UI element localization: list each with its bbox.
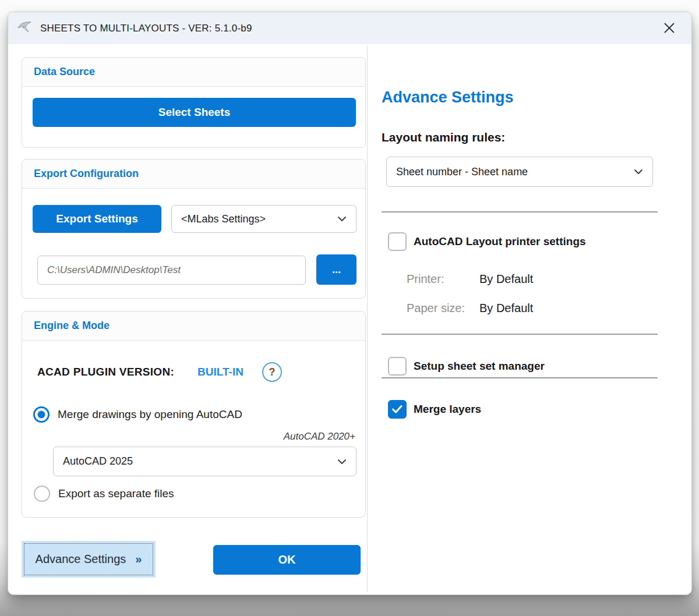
- export-settings-button[interactable]: Export Settings: [33, 205, 161, 233]
- acad-version-select[interactable]: AutoCAD 2025: [53, 447, 356, 476]
- data-source-header: Data Source: [22, 58, 365, 87]
- printer-settings-checkbox-label: AutoCAD Layout printer settings: [414, 235, 586, 248]
- advance-settings-button[interactable]: Advance Settings »: [22, 541, 156, 578]
- select-sheets-button[interactable]: Select Sheets: [33, 98, 356, 127]
- printer-row: Printer: By Default: [407, 272, 533, 286]
- export-separate-radio-label: Export as separate files: [58, 487, 174, 500]
- export-configuration-section: Export Configuration Export Settings <ML…: [22, 159, 366, 299]
- chevron-down-icon: [337, 214, 347, 224]
- layout-naming-value: Sheet number - Sheet name: [396, 166, 528, 178]
- dialog-window: SHEETS TO MULTI-LAYOUTS - VER: 5.1.0-b9 …: [8, 12, 692, 595]
- output-path-input[interactable]: [37, 256, 306, 285]
- engine-mode-title: Engine & Mode: [34, 320, 110, 332]
- chevron-down-icon: [337, 456, 347, 467]
- merge-layers-checkbox-row[interactable]: Merge layers: [388, 400, 481, 419]
- title-bar: SHEETS TO MULTI-LAYOUTS - VER: 5.1.0-b9: [8, 12, 691, 44]
- acad-version-hint: AutoCAD 2020+: [284, 431, 355, 442]
- layout-naming-rules-label: Layout naming rules:: [382, 130, 505, 144]
- merge-drawings-radio-label: Merge drawings by opening AutoCAD: [58, 408, 242, 421]
- app-icon-bird: [17, 20, 32, 37]
- export-configuration-header: Export Configuration: [22, 160, 365, 189]
- window-title: SHEETS TO MULTI-LAYOUTS - VER: 5.1.0-b9: [40, 23, 252, 34]
- divider: [382, 377, 658, 378]
- divider: [382, 211, 658, 213]
- export-configuration-title: Export Configuration: [34, 168, 139, 180]
- checkbox-checked-icon[interactable]: [388, 400, 407, 419]
- advance-settings-button-label: Advance Settings: [36, 553, 126, 566]
- printer-value: By Default: [479, 272, 533, 286]
- advance-settings-panel-title: Advance Settings: [382, 88, 514, 107]
- help-icon[interactable]: ?: [262, 362, 282, 382]
- radio-selected-icon[interactable]: [33, 406, 50, 423]
- radio-unselected-icon[interactable]: [34, 486, 50, 502]
- engine-mode-section: Engine & Mode ACAD PLUGIN VERSION: BUILT…: [22, 311, 366, 518]
- plugin-version-row: ACAD PLUGIN VERSION: BUILT-IN ?: [37, 362, 282, 382]
- divider: [382, 334, 658, 335]
- printer-settings-checkbox-row[interactable]: AutoCAD Layout printer settings: [388, 232, 586, 251]
- sheet-set-manager-checkbox-row[interactable]: Setup sheet set manager: [388, 357, 545, 376]
- engine-mode-header: Engine & Mode: [22, 311, 365, 341]
- paper-size-value: By Default: [479, 302, 533, 315]
- printer-label: Printer:: [407, 272, 479, 286]
- layout-naming-select[interactable]: Sheet number - Sheet name: [386, 157, 653, 187]
- chevron-down-icon: [634, 167, 643, 177]
- ok-button[interactable]: OK: [213, 545, 361, 575]
- browse-button[interactable]: ...: [316, 254, 356, 285]
- sheet-set-manager-checkbox-label: Setup sheet set manager: [414, 360, 545, 373]
- merge-drawings-radio-row[interactable]: Merge drawings by opening AutoCAD: [33, 406, 242, 423]
- data-source-section: Data Source Select Sheets: [22, 57, 366, 148]
- merge-layers-checkbox-label: Merge layers: [414, 403, 481, 416]
- data-source-title: Data Source: [34, 66, 95, 78]
- settings-preset-select[interactable]: <MLabs Settings>: [171, 205, 356, 233]
- acad-version-value: AutoCAD 2025: [63, 455, 133, 468]
- paper-size-row: Paper size: By Default: [407, 302, 533, 315]
- export-separate-radio-row[interactable]: Export as separate files: [34, 486, 174, 502]
- checkbox-unchecked-icon[interactable]: [388, 357, 407, 376]
- plugin-version-value: BUILT-IN: [197, 366, 243, 378]
- vertical-divider: [367, 45, 368, 592]
- checkbox-unchecked-icon[interactable]: [388, 232, 407, 251]
- plugin-version-label: ACAD PLUGIN VERSION:: [37, 366, 174, 378]
- close-button[interactable]: [659, 19, 680, 38]
- close-icon: [663, 22, 676, 36]
- paper-size-label: Paper size:: [407, 302, 479, 315]
- double-chevron-right-icon: »: [135, 553, 142, 566]
- settings-preset-value: <MLabs Settings>: [181, 213, 266, 225]
